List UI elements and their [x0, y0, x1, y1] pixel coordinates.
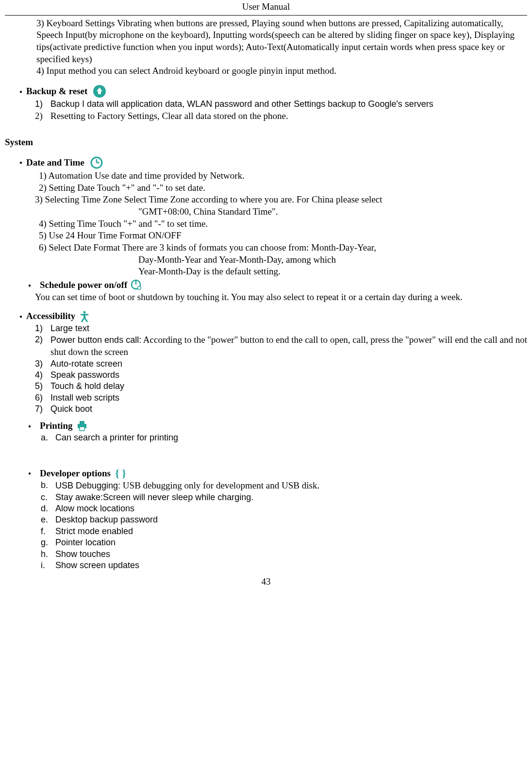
page-header: User Manual: [5, 0, 527, 16]
clock-icon: [89, 155, 104, 170]
list-text: Show touches: [55, 549, 110, 560]
braces-icon: { }: [114, 467, 126, 480]
developer-item-g: g.Pointer location: [41, 537, 527, 548]
list-text: Stay awake:Screen will never sleep while…: [55, 492, 253, 503]
accessibility-item-7: 7)Quick boot: [35, 404, 527, 415]
datetime-item-3b: "GMT+08:00, China Standard Time".: [138, 206, 527, 218]
list-text: Touch & hold delay: [50, 381, 124, 392]
list-number: 7): [35, 404, 50, 415]
bullet-icon: ●: [19, 313, 22, 320]
item-2-label: Power button ends call:: [50, 335, 141, 345]
list-text: Auto-rotate screen: [50, 358, 122, 370]
input-method-text: 4) Input method you can select Android k…: [36, 65, 527, 77]
list-text: Can search a printer for printing: [55, 432, 178, 443]
bullet-icon: ●: [28, 423, 31, 429]
list-number: 3): [35, 358, 50, 370]
accessibility-heading: Accessibility: [26, 310, 75, 322]
list-text: Large text: [50, 323, 89, 334]
bullet-icon: ●: [28, 282, 31, 288]
datetime-item-6b: Day-Month-Year and Year-Month-Day, among…: [138, 254, 527, 266]
svg-text:{ }: { }: [115, 467, 126, 479]
list-letter: e.: [41, 514, 55, 525]
list-letter: a.: [41, 432, 55, 443]
list-letter: d.: [41, 503, 55, 514]
page-number: 43: [5, 576, 527, 588]
list-text: Show screen updates: [55, 560, 139, 571]
accessibility-item-3: 3)Auto-rotate screen: [35, 358, 527, 370]
developer-item-e: e.Desktop backup password: [41, 514, 527, 525]
list-letter: b.: [41, 480, 55, 492]
list-text: Install web scripts: [50, 392, 119, 404]
list-text: Speak passwords: [50, 370, 119, 381]
system-heading: System: [5, 136, 527, 149]
developer-item-f: f.Strict mode enabled: [41, 526, 527, 537]
dev-b-label: USB Debugging:: [55, 481, 120, 490]
developer-item-d: d.Alow mock locations: [41, 503, 527, 514]
power-icon: [130, 279, 143, 291]
list-letter: f.: [41, 526, 55, 537]
datetime-heading-line: ● Date and Time: [5, 155, 527, 170]
svg-rect-12: [80, 421, 84, 424]
printing-item-a: a.Can search a printer for printing: [41, 432, 527, 443]
list-letter: i.: [41, 560, 55, 571]
developer-item-i: i.Show screen updates: [41, 560, 527, 571]
list-number: 5): [35, 381, 50, 392]
svg-line-11: [84, 318, 87, 322]
datetime-item-5: 5) Use 24 Hour Time Format ON/OFF: [39, 230, 527, 242]
accessibility-item-1: 1)Large text: [35, 323, 527, 334]
schedule-heading: Schedule power on/off: [40, 279, 127, 291]
backup-icon: [92, 84, 107, 99]
list-text: Strict mode enabled: [55, 526, 133, 537]
backup-reset-heading-line: ● Backup & reset: [5, 84, 527, 99]
datetime-heading: Date and Time: [26, 157, 84, 169]
datetime-item-2: 2) Setting Date Touch "+" and "-" to set…: [39, 182, 527, 194]
list-text: Backup I data will application data, WLA…: [50, 99, 433, 110]
svg-point-7: [83, 311, 86, 313]
list-number: 6): [35, 392, 50, 404]
list-number: 1): [35, 323, 50, 334]
datetime-item-6a: 6) Select Date Format There are 3 kinds …: [39, 242, 527, 254]
list-text: Power button ends call: According to the…: [50, 334, 527, 358]
schedule-text-a: You can set time of boot or shutdown by …: [35, 291, 527, 303]
schedule-text-span: You can set time of boot or shutdown by …: [35, 292, 463, 302]
developer-item-b: b.USB Debugging: USB debugging only for …: [41, 480, 527, 492]
list-text: USB Debugging: USB debugging only for de…: [55, 480, 319, 492]
list-text: Resetting to Factory Settings, Clear all…: [50, 110, 288, 122]
list-text: Pointer location: [55, 537, 116, 548]
svg-rect-14: [80, 427, 84, 431]
backup-item-2: 2) Resetting to Factory Settings, Clear …: [35, 110, 527, 122]
datetime-item-6c: Year-Month-Day is the default setting.: [138, 266, 527, 278]
list-letter: h.: [41, 549, 55, 560]
list-text: Quick boot: [50, 404, 92, 415]
developer-item-c: c.Stay awake:Screen will never sleep whi…: [41, 492, 527, 503]
accessibility-item-4: 4)Speak passwords: [35, 370, 527, 381]
list-number: 2): [35, 110, 50, 122]
developer-item-h: h.Show touches: [41, 549, 527, 560]
accessibility-item-6: 6)Install web scripts: [35, 392, 527, 404]
list-number: 2): [35, 334, 50, 358]
bullet-icon: ●: [19, 88, 22, 95]
backup-item-1: 1) Backup I data will application data, …: [35, 99, 527, 110]
list-number: 1): [35, 99, 50, 110]
keyboard-settings-text: 3) Keyboard Settings Vibrating when butt…: [36, 17, 527, 66]
accessibility-heading-line: ● Accessibility: [5, 310, 527, 323]
datetime-item-1: 1) Automation Use date and time provided…: [39, 170, 527, 182]
list-number: 4): [35, 370, 50, 381]
page-content: 3) Keyboard Settings Vibrating when butt…: [5, 16, 527, 588]
developer-heading: Developer options: [40, 468, 111, 480]
list-text: Desktop backup password: [55, 514, 158, 525]
accessibility-item-2: 2) Power button ends call: According to …: [35, 334, 527, 358]
list-text: Alow mock locations: [55, 503, 134, 514]
dev-b-desc: USB debugging only for development and U…: [120, 480, 319, 490]
printing-heading: Printing: [40, 420, 73, 432]
list-letter: c.: [41, 492, 55, 503]
printer-icon: [76, 420, 88, 432]
bullet-icon: ●: [19, 159, 22, 166]
accessibility-item-5: 5)Touch & hold delay: [35, 381, 527, 392]
bullet-icon: ●: [28, 470, 31, 476]
datetime-item-3a: 3) Selecting Time Zone Select Time Zone …: [35, 194, 527, 206]
datetime-item-4: 4) Setting Time Touch "+" and "-" to set…: [39, 218, 527, 230]
svg-point-6: [138, 286, 141, 290]
backup-reset-heading: Backup & reset: [26, 85, 87, 98]
accessibility-icon: [78, 310, 91, 323]
